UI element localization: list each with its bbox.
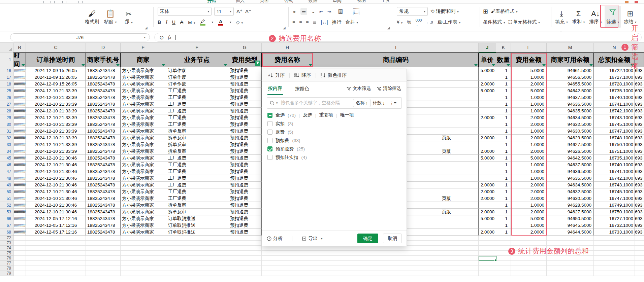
cell-l16[interactable]: 5.0000 — [511, 67, 547, 74]
cell-g28[interactable]: 预扣退费 — [228, 108, 262, 114]
filter-value-item-4[interactable]: 预扣转实扣(4) — [262, 153, 407, 162]
cell-o45[interactable]: 693 — [635, 155, 644, 162]
cell-o73[interactable] — [635, 241, 644, 246]
cell-k50[interactable]: 1 — [496, 188, 511, 195]
cell-c52[interactable]: 2024-12-10 21:30:46 — [26, 202, 86, 209]
cell-f78[interactable] — [166, 266, 228, 271]
save-icon[interactable] — [51, 1, 55, 4]
cell-o30[interactable]: 693 — [635, 121, 644, 128]
cell-g33[interactable]: 预扣退费 — [228, 141, 262, 148]
cell-f32[interactable]: 拆单反审 — [166, 135, 228, 141]
cell-i76[interactable] — [313, 256, 479, 261]
cell-b46[interactable]: ###### — [13, 162, 26, 168]
cell-c45[interactable]: 2024-12-10 21:30:46 — [26, 155, 86, 162]
cell-m16[interactable]: 94661.5000 — [547, 67, 594, 74]
cell-n66[interactable]: 16727.1000 — [594, 215, 635, 222]
filter-value-item-2[interactable]: 预扣费(33) — [262, 136, 407, 145]
sort-by-count-button[interactable]: 计数 ↓ — [371, 99, 387, 107]
row-number-34[interactable]: 34 — [0, 148, 13, 155]
cell-l30[interactable]: 2.0000 — [511, 121, 547, 128]
cell-g18[interactable]: 预扣退费 — [228, 81, 262, 87]
cell-f79[interactable] — [166, 271, 228, 276]
cell-m48[interactable]: 94635.5000 — [547, 175, 594, 182]
cell-o68[interactable]: 693 — [635, 229, 644, 236]
justify-icon[interactable]: ≣ — [313, 20, 317, 25]
cell-o52[interactable]: 693 — [635, 202, 644, 209]
unchecked-checkbox[interactable] — [267, 130, 272, 135]
cell-o33[interactable]: 693 — [635, 141, 644, 148]
tab-page[interactable]: 页面 — [260, 0, 269, 4]
cell-l53[interactable]: 2.0000 — [511, 209, 547, 215]
cell-o74[interactable] — [635, 246, 644, 251]
filter-value-item-0[interactable]: 实扣(3) — [262, 119, 407, 128]
cell-d77[interactable] — [86, 261, 121, 266]
cell-i74[interactable] — [313, 246, 479, 251]
percent-icon[interactable]: % — [407, 20, 411, 25]
sort-button[interactable]: A↓ 排序▾ — [588, 6, 603, 28]
cell-f33[interactable]: 拆单反审 — [166, 141, 228, 148]
cell-n49[interactable]: 16743.1000 — [594, 182, 635, 188]
cell-m31[interactable]: 94630.5000 — [547, 128, 594, 135]
cell-g72[interactable] — [228, 236, 262, 241]
cell-f28[interactable]: 工厂退费 — [166, 108, 228, 114]
cell-n67[interactable]: 16732.1000 — [594, 222, 635, 229]
cell-f29[interactable]: 工厂退费 — [166, 114, 228, 121]
cell-e34[interactable]: 方小果演示商家 — [121, 148, 166, 155]
cell-e27[interactable]: 方小果演示商家 — [121, 101, 166, 108]
row-number-33[interactable]: 33 — [0, 141, 13, 148]
cell-j31[interactable] — [479, 128, 496, 135]
cell-g17[interactable]: 预扣退费 — [228, 74, 262, 81]
cell-o67[interactable]: 693 — [635, 222, 644, 229]
cell-b34[interactable]: ###### — [13, 148, 26, 155]
cell-g78[interactable] — [228, 266, 262, 271]
cell-c47[interactable]: 2024-12-10 21:30:46 — [26, 168, 86, 175]
row-number-76[interactable]: 76 — [0, 256, 13, 261]
font-size-select[interactable]: 11▾ — [214, 7, 234, 16]
cell-e79[interactable] — [121, 271, 166, 276]
cell-m79[interactable] — [547, 271, 594, 276]
cell-f68[interactable]: 订单取消推送 — [166, 229, 228, 236]
cell-f76[interactable] — [166, 256, 228, 261]
cell-d27[interactable]: 18825243478 — [86, 101, 121, 108]
cell-h79[interactable] — [262, 271, 313, 276]
cell-d66[interactable]: 18825243478 — [86, 215, 121, 222]
cell-e66[interactable]: 方小果演示商家 — [121, 215, 166, 222]
cell-j68[interactable]: 2.0000 — [479, 229, 496, 236]
cell-b73[interactable] — [13, 241, 26, 246]
cell-d76[interactable] — [86, 256, 121, 261]
cell-c46[interactable]: 2024-12-10 21:30:46 — [26, 162, 86, 168]
cell-j18[interactable]: 2.0000 — [479, 81, 496, 87]
cell-m52[interactable]: 94628.5000 — [547, 202, 594, 209]
cell-i78[interactable] — [313, 266, 479, 271]
merge-button[interactable]: 合并▾ — [346, 19, 358, 25]
cell-m27[interactable]: 94636.5000 — [547, 101, 594, 108]
cell-b72[interactable] — [13, 236, 26, 241]
cell-c32[interactable]: 2024-12-10 21:33:39 — [26, 135, 86, 141]
cell-l47[interactable]: 1.0000 — [511, 168, 547, 175]
increase-font-icon[interactable]: A⁺ — [236, 8, 243, 14]
cell-n79[interactable] — [594, 271, 635, 276]
cell-o32[interactable]: 693 — [635, 135, 644, 141]
cell-m45[interactable]: 94642.5000 — [547, 155, 594, 162]
cell-g51[interactable]: 预扣退费 — [228, 195, 262, 202]
row-number-51[interactable]: 51 — [0, 195, 13, 202]
filter-search-input[interactable]: 搜包含多个关键字，空格分隔 — [280, 100, 353, 106]
cell-b53[interactable]: ###### — [13, 209, 26, 215]
cell-c77[interactable] — [26, 261, 86, 266]
row-number-30[interactable]: 30 — [0, 121, 13, 128]
cell-n28[interactable]: 16742.1000 — [594, 108, 635, 114]
cell-k66[interactable]: 1 — [496, 215, 511, 222]
cell-f49[interactable]: 工厂退费 — [166, 182, 228, 188]
row-number-17[interactable]: 17 — [0, 74, 13, 81]
cell-k52[interactable]: 1 — [496, 202, 511, 209]
cell-l31[interactable]: 1.0000 — [511, 128, 547, 135]
cell-b68[interactable]: ###### — [13, 229, 26, 236]
cell-m53[interactable]: 94627.5000 — [547, 209, 594, 215]
cell-j78[interactable] — [479, 266, 496, 271]
tab-by-content[interactable]: 按内容 — [267, 82, 283, 95]
clear-filter-button[interactable]: 清除筛选 — [377, 85, 401, 92]
cell-e76[interactable] — [121, 256, 166, 261]
cell-n27[interactable]: 16741.1000 — [594, 101, 635, 108]
cell-k32[interactable]: 1 — [496, 135, 511, 141]
list-options-icon[interactable]: ⋮≡ — [387, 99, 399, 107]
